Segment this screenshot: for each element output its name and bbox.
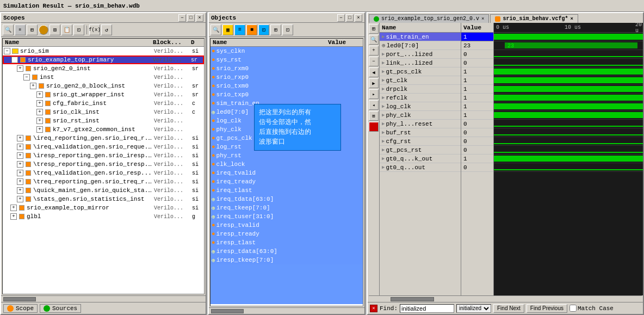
tree-row[interactable]: +srio_gen2_0_instVerilo...sr — [3, 64, 204, 73]
find-select[interactable]: initialized — [456, 304, 491, 313]
tree-expand[interactable]: + — [17, 170, 23, 176]
match-case-checkbox[interactable] — [569, 305, 577, 312]
tree-expand[interactable]: − — [4, 48, 10, 54]
scopes-scrollbar[interactable] — [1, 295, 206, 302]
wf-name-row[interactable]: ▶phy_clk — [380, 111, 461, 120]
list-item[interactable]: ⊕iresp_tkeep[7:0] — [210, 256, 363, 264]
tree-row[interactable]: +srio_gen2_0_block_instVerilo...sr — [3, 82, 204, 90]
list-item[interactable]: ⊕ireq_tdata[63:0] — [210, 195, 363, 203]
list-item[interactable]: ⊕ireq_tkeep[7:0] — [210, 203, 363, 212]
wf-name-row[interactable]: ▶phy_l...reset — [380, 120, 461, 128]
obj-tb5[interactable]: ⊞ — [270, 24, 281, 35]
scopes-search-btn[interactable]: 🔍 — [3, 24, 14, 35]
tree-row[interactable]: −srio_simVerilo...si — [3, 47, 204, 55]
scopes-tb8[interactable]: ↺ — [101, 24, 112, 35]
obj-tb6[interactable]: ⊡ — [282, 24, 293, 35]
tree-row[interactable]: +k7_v7_gtxe2_common_instVerilo... — [3, 125, 204, 134]
objects-restore-btn[interactable]: □ — [346, 14, 354, 22]
wf-name-row[interactable]: ⊕led0[7:0] — [380, 41, 461, 50]
tree-row[interactable]: +\treq_reporting_gen.srio_treq_r...Veril… — [3, 177, 204, 186]
objects-minimize-btn[interactable]: − — [337, 14, 345, 22]
list-item[interactable]: ⊕ireq_tuser[31:0] — [210, 212, 363, 221]
obj-tb3[interactable]: ■ — [246, 24, 257, 35]
tree-expand[interactable]: + — [17, 152, 23, 159]
list-item[interactable]: ●sys_clkn — [210, 47, 363, 55]
scopes-tb5[interactable]: 📋 — [61, 24, 72, 35]
tree-row[interactable]: +srio_example_top_mirrorVerilo...si — [3, 203, 204, 212]
wf-name-row[interactable]: ▶refclk — [380, 94, 461, 102]
list-item[interactable]: ●phy_rst — [210, 151, 363, 160]
wf-name-row[interactable]: ▶gt_pcs_clk — [380, 67, 461, 76]
wf-name-row[interactable]: ▶gt0_q...out — [380, 163, 461, 172]
wf-tb5[interactable]: ◀ — [369, 67, 379, 77]
wf-name-row[interactable]: ▶buf_rst — [380, 128, 461, 137]
obj-search-btn[interactable]: 🔍 — [210, 24, 221, 35]
tree-row[interactable]: +\iresp_reporting_gen.srio_iresp...Veril… — [3, 151, 204, 160]
match-case-label[interactable]: Match Case — [569, 305, 614, 312]
list-item[interactable]: ●srio_rxp0 — [210, 73, 363, 82]
tree-row[interactable]: +srio_rst_instVerilo... — [3, 116, 204, 125]
list-item[interactable]: ⊕iresp_tdata[63:0] — [210, 247, 363, 256]
obj-tb4[interactable]: ⊡ — [258, 24, 269, 35]
tree-row[interactable]: +srio_clk_instVerilo...c — [3, 108, 204, 116]
scopes-tb1[interactable]: ≡ — [15, 24, 26, 35]
tree-expand[interactable]: + — [17, 161, 23, 168]
scopes-close-btn[interactable]: × — [196, 14, 203, 22]
list-item[interactable]: ●srio_rxm0 — [210, 64, 363, 73]
waveform-hscroll[interactable] — [369, 295, 642, 302]
tree-row[interactable]: +\stats_gen.srio_statistics_instVerilo..… — [3, 195, 204, 203]
tree-row[interactable]: +cfg_fabric_instVerilo...c — [3, 99, 204, 108]
list-item[interactable]: ●ireq_tvalid — [210, 169, 363, 177]
tree-row[interactable]: +glblVerilo...g — [3, 212, 204, 221]
list-item[interactable]: ●iresp_tvalid — [210, 221, 363, 230]
tree-expand[interactable]: + — [36, 126, 43, 133]
scopes-tb2[interactable]: ⊞ — [27, 24, 38, 35]
scopes-tb4[interactable]: ⊠ — [49, 24, 60, 35]
scopes-tb3[interactable] — [39, 25, 48, 35]
tree-row[interactable]: +\tresp_reporting_gen.srio_tresp...Veril… — [3, 160, 204, 169]
tree-expand[interactable]: + — [17, 187, 23, 194]
wf-name-row[interactable]: ▶drpclk — [380, 85, 461, 94]
wf-tb2[interactable]: 🔍 — [369, 35, 379, 45]
wf-tb9[interactable]: ⊠ — [369, 111, 379, 121]
tree-expand[interactable]: + — [11, 57, 18, 63]
wf-name-row[interactable]: ▶log_clk — [380, 102, 461, 111]
scopes-tb6[interactable]: ⊡ — [73, 24, 84, 35]
tree-row[interactable]: +srio_example_top_primaryVerilo...sr — [3, 55, 204, 64]
tree-row[interactable]: +srio_gt_wrapper_instVerilo...sr — [3, 90, 204, 99]
obj-tb1[interactable]: ▦ — [222, 24, 233, 35]
wf-name-row[interactable]: ▶cfg_rst — [380, 137, 461, 146]
list-item[interactable]: ●sys_rst — [210, 55, 363, 64]
tree-expand[interactable]: + — [36, 109, 43, 115]
sources-tab[interactable]: Sources — [40, 304, 81, 313]
tree-expand[interactable]: + — [30, 83, 36, 89]
tree-expand[interactable]: + — [17, 65, 23, 72]
wf-name-row[interactable]: ▶gt_pcs_rst — [380, 146, 461, 155]
list-item[interactable]: ●iresp_tready — [210, 230, 363, 238]
tab-close-example[interactable]: × — [481, 16, 484, 22]
tree-expand[interactable]: − — [23, 74, 30, 81]
tree-expand[interactable]: + — [10, 213, 17, 220]
tree-expand[interactable]: + — [17, 178, 23, 185]
list-item[interactable]: ●ireq_tready — [210, 177, 363, 186]
wf-tb10[interactable] — [369, 122, 379, 132]
wf-tb4[interactable]: − — [369, 57, 379, 66]
tree-expand[interactable]: + — [17, 196, 23, 202]
wf-tb3[interactable]: + — [369, 46, 379, 55]
wf-tb1[interactable]: ⊞ — [369, 24, 379, 34]
list-item[interactable]: ●ireq_tlast — [210, 186, 363, 195]
list-item[interactable]: ●iresp_tlast — [210, 238, 363, 247]
tree-expand[interactable]: + — [10, 205, 17, 211]
tree-row[interactable]: +\quick_maint_gen.srio_quick_sta...Veril… — [3, 186, 204, 195]
wf-tb7[interactable]: ▸ — [369, 89, 379, 99]
tree-row[interactable]: +\ireq_validation_gen.srio_reque...Veril… — [3, 143, 204, 151]
tree-expand[interactable]: + — [36, 118, 43, 124]
tree-expand[interactable]: + — [17, 135, 23, 141]
tree-row[interactable]: −instVerilo... — [3, 73, 204, 82]
scope-tab[interactable]: Scope — [3, 304, 38, 313]
wf-name-row[interactable]: ▶port_...lized — [380, 50, 461, 59]
tab-srio-sim[interactable]: srio_sim_behav.vcfg* × — [490, 14, 578, 23]
tab-srio-example[interactable]: srio_example_top_srio_gen2_0.v × — [369, 14, 489, 23]
scopes-minimize-btn[interactable]: − — [178, 14, 186, 22]
find-prev-btn[interactable]: Find Previous — [527, 304, 567, 313]
